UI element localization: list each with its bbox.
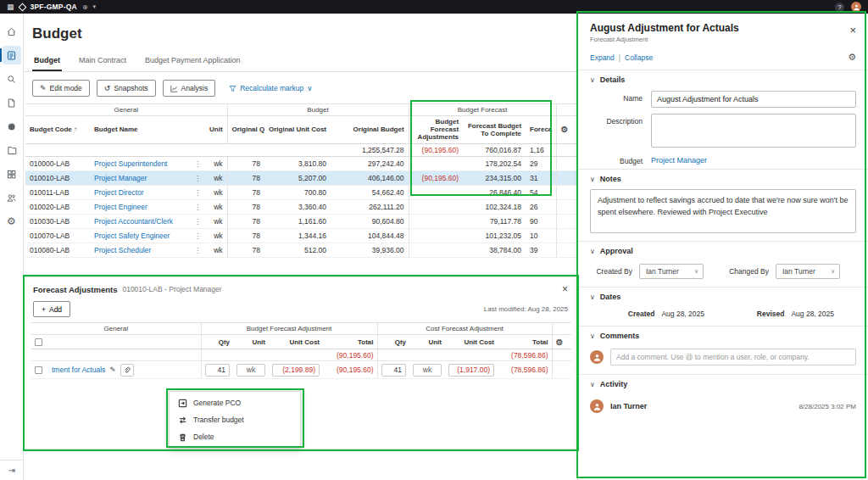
cell-fbtc: 102,324.18 xyxy=(463,199,526,214)
sidebar-item-search[interactable] xyxy=(3,70,21,88)
recalculate-markup-button[interactable]: Recalculate markup ∨ xyxy=(229,84,312,92)
row-menu-icon[interactable]: ⋮ xyxy=(190,228,205,243)
comment-input[interactable] xyxy=(610,349,856,366)
menu-item-transfer-budget[interactable]: Transfer budget xyxy=(170,411,300,428)
budget-unit-input[interactable]: wk xyxy=(236,364,265,377)
menu-item-generate-pco[interactable]: Generate PCO xyxy=(170,394,300,411)
collapse-link[interactable]: Collapse xyxy=(625,53,653,62)
attachment-icon[interactable] xyxy=(120,364,134,377)
detail-type-label: Forecast Adjustment xyxy=(590,36,856,43)
cell-original-budget: 104,844.48 xyxy=(331,228,409,243)
app-grid-icon[interactable]: ▦ xyxy=(7,3,14,11)
cell-fbtc: 234,315.00 xyxy=(463,170,526,185)
sidebar-item-settings[interactable]: ⚙ xyxy=(3,212,21,231)
table-row[interactable]: 010000-LAB Project Superintendent ⋮ wk 7… xyxy=(25,156,576,170)
section-details[interactable]: ∨ Details xyxy=(578,70,868,88)
project-name[interactable]: 3PF-GMP-QA xyxy=(31,3,77,11)
section-dates[interactable]: ∨ Dates xyxy=(578,287,868,305)
created-date-label: Created xyxy=(628,310,662,318)
panel-settings-gear-icon[interactable]: ⚙ xyxy=(848,52,856,63)
row-menu-icon[interactable]: ⋮ xyxy=(190,214,205,228)
budget-name-link[interactable]: Project Accountant/Clerk xyxy=(90,214,190,228)
document-icon xyxy=(6,98,17,109)
generate-pco-icon xyxy=(178,399,187,408)
sidebar-item-home[interactable] xyxy=(3,22,21,41)
collapse-sidebar-button[interactable]: ⇥ xyxy=(0,460,24,475)
cost-unit-cost-input[interactable]: (1,917.00) xyxy=(448,364,494,377)
section-activity[interactable]: ∨ Activity xyxy=(578,374,868,393)
adjustment-row[interactable]: tment for Actuals ✎ 41 wk (2,199.89) (90… xyxy=(31,361,571,379)
budget-unit-cost-input[interactable]: (2,199.89) xyxy=(272,364,320,377)
user-avatar xyxy=(590,399,604,413)
cell-forecast-clipped: 39 xyxy=(526,243,556,257)
person-icon xyxy=(593,402,602,411)
adjustment-name-link[interactable]: tment for Actuals xyxy=(52,366,105,374)
sidebar-item-cost-management[interactable] xyxy=(3,46,21,64)
close-icon[interactable]: × xyxy=(849,24,856,36)
notes-textbox[interactable]: Adjustment to reflect savings accrued to… xyxy=(590,189,856,233)
cost-qty-input[interactable]: 41 xyxy=(381,364,407,377)
tab-budget-payment-application[interactable]: Budget Payment Application xyxy=(143,53,242,71)
row-checkbox[interactable] xyxy=(35,366,42,374)
row-menu-icon[interactable]: ⋮ xyxy=(190,243,205,257)
column-settings-gear-icon[interactable]: ⚙ xyxy=(556,338,564,347)
section-comments[interactable]: ∨ Comments xyxy=(578,326,868,344)
changed-by-select[interactable]: Ian Turner ∨ xyxy=(776,264,840,279)
edit-pencil-icon[interactable]: ✎ xyxy=(109,366,116,374)
analysis-button[interactable]: Analysis xyxy=(163,80,216,97)
budget-qty-input[interactable]: 41 xyxy=(205,364,231,377)
cell-original-budget: 297,242.40 xyxy=(331,156,409,170)
table-row-selected[interactable]: 010010-LAB Project Manager ⋮ wk 78 5,207… xyxy=(25,170,576,185)
snapshots-button[interactable]: ↺ Snapshots xyxy=(97,80,156,97)
budget-table: General Budget Budget Forecast Budget Co… xyxy=(25,103,576,258)
row-menu-icon[interactable]: ⋮ xyxy=(190,185,205,199)
help-icon[interactable]: ? xyxy=(835,3,844,12)
table-row[interactable]: 010070-LAB Project Safety Engineer ⋮ wk … xyxy=(25,228,576,243)
project-caret-icon[interactable]: ▾ xyxy=(93,3,97,10)
cost-unit-input[interactable]: wk xyxy=(413,364,442,377)
close-icon[interactable]: × xyxy=(562,284,568,294)
edit-mode-button[interactable]: ✎ Edit mode xyxy=(32,80,90,97)
budget-name-link[interactable]: Project Scheduler xyxy=(90,243,190,257)
sort-up-icon: ↑ xyxy=(74,126,77,133)
user-avatar xyxy=(590,350,604,364)
sidebar-item-documents[interactable] xyxy=(3,93,21,112)
budget-name-link[interactable]: Project Director xyxy=(90,185,190,199)
add-adjustment-button[interactable]: + Add xyxy=(33,301,70,317)
budget-link[interactable]: Project Manager xyxy=(651,153,707,165)
tab-budget[interactable]: Budget xyxy=(32,53,62,71)
sidebar-item-library[interactable] xyxy=(3,165,21,183)
user-avatar[interactable] xyxy=(851,2,861,12)
created-by-select[interactable]: Ian Turner ∨ xyxy=(639,264,704,279)
tab-main-contract[interactable]: Main Contract xyxy=(77,53,128,71)
section-approval[interactable]: ∨ Approval xyxy=(578,241,868,260)
table-row[interactable]: 010020-LAB Project Engineer ⋮ wk 78 3,36… xyxy=(25,199,576,214)
sidebar-item-files[interactable] xyxy=(3,141,21,159)
description-input[interactable] xyxy=(651,114,856,148)
budget-name-link[interactable]: Project Engineer xyxy=(90,199,190,214)
select-all-checkbox[interactable] xyxy=(35,338,42,346)
table-row[interactable]: 010011-LAB Project Director ⋮ wk 78 700.… xyxy=(25,185,576,199)
table-row[interactable]: 010080-LAB Project Scheduler ⋮ wk 78 512… xyxy=(25,243,576,257)
row-menu-icon[interactable]: ⋮ xyxy=(190,199,205,214)
row-menu-icon[interactable]: ⋮ xyxy=(190,170,205,185)
col-budget-code[interactable]: Budget Code ↑ xyxy=(25,116,90,144)
menu-item-delete[interactable]: Delete xyxy=(170,428,300,445)
name-input[interactable] xyxy=(651,91,856,108)
logo-icon[interactable] xyxy=(18,3,26,11)
cell-original-budget: 262,111.20 xyxy=(331,199,409,214)
budget-name-link[interactable]: Project Superintendent xyxy=(90,156,190,170)
budget-name-link[interactable]: Project Manager xyxy=(90,170,190,185)
budget-toolbar: ✎ Edit mode ↺ Snapshots Analysis Recalcu… xyxy=(32,80,577,97)
row-menu-icon[interactable]: ⋮ xyxy=(190,156,205,170)
sidebar-item-insight[interactable] xyxy=(3,117,21,136)
expand-link[interactable]: Expand xyxy=(590,53,615,62)
sidebar-item-members[interactable] xyxy=(3,188,21,207)
column-settings-gear-icon[interactable]: ⚙ xyxy=(561,125,569,134)
budget-name-link[interactable]: Project Safety Engineer xyxy=(90,228,190,243)
col-budget-forecast-adjustments: Budget Forecast Adjustments xyxy=(409,116,463,144)
detail-panel: August Adjustment for Actuals Forecast A… xyxy=(577,14,868,480)
table-row[interactable]: 010030-LAB Project Accountant/Clerk ⋮ wk… xyxy=(25,214,576,228)
delete-trash-icon xyxy=(178,433,187,442)
section-notes[interactable]: ∨ Notes xyxy=(578,169,868,187)
